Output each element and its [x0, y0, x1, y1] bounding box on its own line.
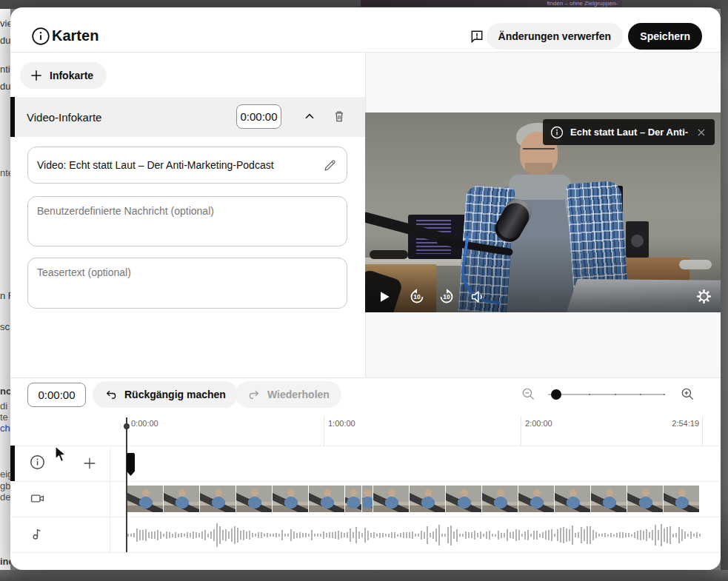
redo-button[interactable]: Wiederholen: [236, 381, 341, 408]
waveform-bar: [672, 534, 674, 537]
waveform-bar: [130, 534, 132, 537]
filmstrip-thumbnail: [410, 486, 445, 512]
waveform-bar: [261, 532, 262, 538]
waveform-bar: [610, 533, 612, 537]
waveform-bar: [572, 525, 573, 545]
chevron-up-icon[interactable]: [302, 110, 317, 124]
close-icon[interactable]: [695, 127, 707, 138]
waveform-bar: [699, 534, 701, 536]
waveform-bar: [613, 534, 615, 537]
waveform-bar: [566, 528, 567, 541]
waveform-bar: [592, 530, 594, 540]
waveform-bar: [376, 534, 378, 537]
audio-waveform[interactable]: [127, 521, 702, 549]
undo-button[interactable]: Rückgängig machen: [93, 381, 238, 408]
waveform-bar: [175, 532, 176, 539]
zoom-out-icon[interactable]: [521, 387, 535, 401]
waveform-bar: [190, 533, 191, 537]
filmstrip-thumbnail: [627, 486, 663, 512]
background-page-right-strip: [721, 0, 728, 581]
zoom-in-icon[interactable]: [681, 387, 695, 401]
video-filmstrip[interactable]: [127, 486, 702, 512]
background-text-fragment: te: [0, 412, 8, 423]
waveform-bar: [273, 534, 274, 537]
waveform-bar: [287, 534, 289, 537]
cards-track-row[interactable]: [10, 446, 721, 481]
waveform-bar: [433, 531, 434, 538]
play-icon[interactable]: [377, 289, 392, 304]
svg-text:10: 10: [413, 293, 421, 300]
waveform-bar: [370, 533, 372, 537]
waveform-bar: [305, 533, 307, 537]
custom-message-placeholder: Benutzerdefinierte Nachricht (optional): [37, 205, 214, 217]
filmstrip-thumbnail: [482, 486, 518, 512]
info-icon: [550, 126, 564, 139]
info-icon[interactable]: [31, 27, 50, 46]
waveform-bar: [258, 532, 259, 538]
waveform-bar: [353, 532, 354, 539]
discard-changes-button[interactable]: Änderungen verwerfen: [487, 23, 623, 50]
video-player[interactable]: Echt statt Laut – Der Anti-… 10 10: [365, 112, 721, 312]
waveform-bar: [231, 528, 233, 542]
timeline-zoom-slider[interactable]: [548, 386, 665, 401]
waveform-bar: [483, 534, 484, 537]
card-timeline-marker[interactable]: [127, 453, 135, 476]
gear-icon[interactable]: [696, 289, 712, 304]
add-card-on-track-button[interactable]: [81, 455, 98, 471]
waveform-bar: [684, 531, 686, 539]
feedback-icon[interactable]: [470, 29, 484, 44]
waveform-bar: [320, 534, 321, 537]
waveform-bar: [193, 531, 194, 538]
waveform-bar: [465, 531, 467, 539]
waveform-bar: [311, 530, 313, 540]
pencil-icon[interactable]: [323, 158, 337, 172]
waveform-bar: [418, 534, 419, 537]
waveform-bar: [213, 529, 215, 541]
background-text-fragment: du: [0, 81, 10, 92]
waveform-bar: [678, 527, 680, 543]
background-text-fragment: di: [0, 400, 7, 412]
page-title: Karten: [52, 27, 98, 44]
waveform-bar: [575, 533, 576, 537]
filmstrip-thumbnail: [591, 486, 627, 512]
waveform-bar: [299, 532, 301, 538]
waveform-bar: [693, 534, 695, 537]
waveform-bar: [240, 531, 241, 539]
volume-icon[interactable]: [469, 289, 485, 305]
replay-10-icon[interactable]: 10: [408, 288, 426, 306]
playhead-handle[interactable]: [124, 423, 130, 429]
waveform-bar: [563, 527, 564, 544]
timeline-time-input[interactable]: 0:00:00: [27, 383, 86, 407]
forward-10-icon[interactable]: 10: [438, 288, 455, 306]
waveform-bar: [394, 532, 395, 538]
waveform-bar: [154, 531, 156, 540]
waveform-bar: [438, 525, 440, 546]
background-text-fragment: eig: [0, 469, 10, 480]
waveform-bar: [507, 529, 508, 542]
waveform-bar: [607, 534, 609, 537]
waveform-bar: [634, 532, 635, 539]
filmstrip-thumbnail: [362, 486, 373, 512]
card-teaser-overlay[interactable]: Echt statt Laut – Der Anti-…: [543, 119, 715, 145]
waveform-bar: [139, 530, 141, 540]
trash-icon[interactable]: [332, 109, 347, 124]
waveform-bar: [601, 534, 603, 537]
waveform-bar: [207, 534, 209, 537]
waveform-bar: [196, 532, 197, 538]
waveform-bar: [163, 534, 164, 536]
background-page-left-strip: vieduntidunten Fscncditecheiggbdeind: [0, 0, 10, 581]
card-time-input[interactable]: 0:00:00: [236, 104, 281, 129]
save-button[interactable]: Speichern: [628, 23, 702, 50]
zoom-slider-handle[interactable]: [551, 389, 561, 400]
waveform-bar: [581, 527, 582, 543]
undo-label: Rückgängig machen: [124, 389, 226, 400]
add-info-card-button[interactable]: Infokarte: [20, 62, 107, 89]
waveform-bar: [524, 531, 526, 540]
video-select-field[interactable]: Video: Echt statt Laut – Der Anti-Market…: [27, 147, 347, 184]
playhead[interactable]: [126, 417, 127, 552]
waveform-bar: [278, 534, 280, 537]
teaser-text-field[interactable]: Teasertext (optional): [27, 258, 347, 309]
waveform-bar: [136, 528, 138, 542]
waveform-bar: [631, 534, 632, 537]
custom-message-field[interactable]: Benutzerdefinierte Nachricht (optional): [27, 196, 347, 246]
